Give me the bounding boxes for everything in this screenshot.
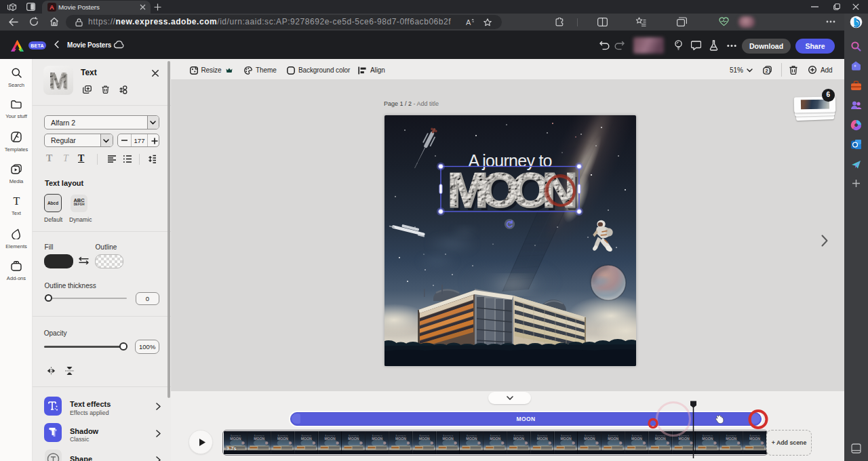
- svg-text:MOON: MOON: [447, 163, 576, 216]
- svg-text:2: 2: [766, 68, 768, 74]
- svg-text:T: T: [13, 196, 20, 206]
- svg-text:A: A: [466, 18, 471, 26]
- svg-text:A: A: [50, 3, 54, 11]
- svg-text:M: M: [50, 68, 68, 94]
